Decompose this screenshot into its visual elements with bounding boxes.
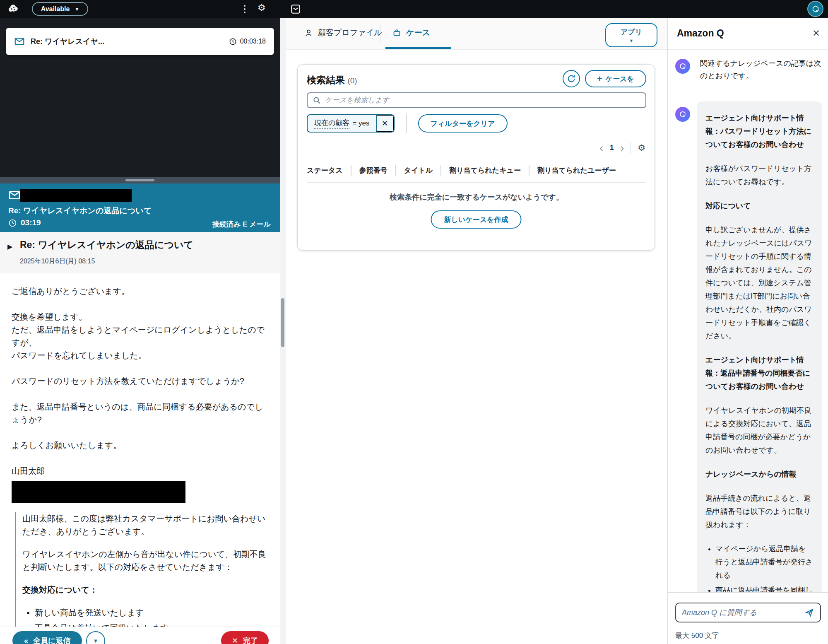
agent-status-label: Available [41, 5, 70, 13]
email-body-line [12, 452, 268, 465]
column-separator [440, 165, 441, 176]
active-tab-underline [385, 47, 451, 49]
redacted-signature-block [12, 481, 185, 503]
email-body-line [12, 426, 268, 439]
search-results-heading: 検索結果 (0) [307, 74, 357, 87]
article-bullet-list: マイページから返品申請を行うと返品申請番号が発行される 商品に返品申請番号を同梱… [705, 542, 813, 592]
expand-triangle-icon[interactable]: ▶ [7, 243, 12, 251]
refresh-button[interactable] [563, 70, 580, 87]
amazon-q-panel: Amazon Q ✕ 関連するナレッジベースの記事は次のとおりです。 エージェン… [667, 18, 828, 644]
connect-logo-icon [7, 3, 20, 15]
column-header[interactable]: 割り当てられたユーザー [537, 166, 616, 175]
case-search-card: 検索結果 (0) + ケースを [297, 64, 655, 251]
close-icon: ✕ [382, 119, 388, 128]
workspace-tab-bar: 顧客プロファイル ケース アプリ ▼ [286, 18, 667, 50]
table-settings-gear-icon[interactable]: ⚙ [638, 143, 645, 153]
email-body: ご返信ありがとうございます。 交換を希望します。 ただ、返品申請をしようとマイペ… [12, 285, 268, 627]
filter-field: 現在の顧客 [314, 118, 349, 129]
email-body-line: 交換を希望します。 [12, 311, 268, 323]
email-duration: 03:19 [8, 218, 41, 227]
filter-chip[interactable]: 現在の顧客 = yes ✕ [307, 114, 395, 133]
thread-subject: Re: ワイヤレスイヤホンの返品について [20, 239, 193, 251]
complete-label: 完了 [243, 636, 258, 644]
quoted-bullet-list: 新しい商品を発送いたします 不具合品は着払いで回収いたします [22, 606, 268, 627]
settings-gear-icon[interactable]: ⚙ [258, 2, 266, 13]
remove-filter-button[interactable]: ✕ [376, 115, 394, 132]
workspace-panel: 顧客プロファイル ケース アプリ ▼ 検索結果 (0) [286, 18, 667, 644]
channel-status-label: 接続済み E メール [212, 219, 271, 229]
case-search-input[interactable] [325, 96, 640, 104]
quoted-heading: 交換対応について： [22, 584, 268, 596]
complete-contact-button[interactable]: ✕ 完了 [221, 631, 269, 644]
email-duration-value: 03:19 [21, 218, 41, 227]
resize-grip [125, 179, 154, 181]
email-icon [8, 189, 21, 201]
clear-filters-button[interactable]: フィルターをクリア [418, 114, 508, 133]
tab-customer-profile[interactable]: 顧客プロファイル [304, 27, 382, 38]
create-case-button[interactable]: + ケースを [585, 70, 646, 87]
email-icon [14, 36, 25, 47]
article-bullet: マイページから返品申請を行うと返品申請番号が発行される [715, 542, 813, 582]
reply-options-dropdown-button[interactable]: ▼ [86, 631, 105, 644]
apps-button-label: アプリ [621, 27, 642, 37]
tab-cases[interactable]: ケース [392, 27, 430, 38]
plus-icon: + [597, 74, 602, 84]
chevron-left-icon[interactable]: ‹ [599, 143, 603, 153]
reply-all-button[interactable]: « 全員に返信 [12, 631, 82, 644]
case-table-header: ステータス 参照番号 タイトル 割り当てられたキュー 割り当てられたユーザー [307, 165, 646, 183]
agent-status-dropdown[interactable]: Available ▼ [32, 2, 88, 16]
tab-cases-label: ケース [406, 27, 430, 38]
contact-timer-value: 00:03:18 [240, 38, 266, 45]
column-separator [351, 165, 351, 176]
clock-icon [8, 219, 17, 227]
email-body-line: ご返信ありがとうございます。 [12, 285, 268, 298]
active-email-header: Re: ワイヤレスイヤホンの返品について 03:19 接続済み E メール [0, 183, 280, 232]
pagination: ‹ 1 › ⚙ [599, 142, 645, 154]
amazon-q-header: Amazon Q ✕ [668, 18, 828, 50]
send-button[interactable] [804, 608, 814, 617]
filter-separator [406, 114, 407, 133]
clock-icon [229, 38, 237, 46]
apps-dropdown-button[interactable]: アプリ ▼ [605, 23, 657, 47]
thread-header: ▶ Re: ワイヤレスイヤホンの返品について 2025年10月6日(月) 08:… [0, 232, 280, 273]
quoted-paragraph: ワイヤレスイヤホンの左側から音が出ない件について、初期不良と判断いたします。以下… [22, 548, 268, 574]
tab-divider [380, 25, 380, 43]
panel-resize-handle[interactable] [0, 177, 280, 183]
refresh-icon [567, 74, 576, 83]
column-header[interactable]: ステータス [307, 166, 343, 175]
close-icon[interactable]: ✕ [812, 28, 820, 39]
column-header[interactable]: 参照番号 [359, 166, 388, 175]
column-header[interactable]: タイトル [404, 166, 433, 175]
amazon-q-avatar [675, 107, 690, 122]
article-paragraph: 返品手続きの流れによると、返品申請番号は以下のように取り扱われます： [705, 492, 813, 531]
amazon-q-avatar [675, 59, 690, 74]
filter-value: = yes [352, 119, 369, 128]
column-separator [529, 165, 530, 176]
reply-all-icon: « [24, 637, 28, 644]
article-paragraph: 申し訳ございませんが、提供されたナレッジベースにはパスワードリセットの手順に関す… [705, 223, 813, 343]
article-title: エージェント向けサポート情報：返品申請番号の同梱要否についてお客様のお問い合わせ [705, 353, 813, 393]
create-new-case-button[interactable]: 新しいケースを作成 [431, 210, 522, 229]
vertical-scrollbar[interactable] [281, 298, 284, 347]
contact-list-panel: Re: ワイヤレスイヤ... 00:03:18 [0, 18, 280, 177]
amazon-q-conversation: 関連するナレッジベースの記事は次のとおりです。 エージェント向けサポート情報：パ… [668, 50, 828, 592]
email-contact-card[interactable]: Re: ワイヤレスイヤ... 00:03:18 [6, 28, 274, 55]
amazon-q-question-input[interactable] [682, 608, 800, 617]
email-app-icon[interactable] [290, 4, 301, 14]
page-number[interactable]: 1 [610, 144, 614, 152]
contact-timer: 00:03:18 [229, 38, 266, 46]
chevron-down-icon: ▼ [93, 638, 99, 644]
char-limit-label: 最大 500 文字 [675, 631, 719, 640]
search-results-title: 検索結果 [307, 75, 345, 85]
chevron-right-icon[interactable]: › [621, 143, 624, 153]
chevron-down-icon: ▼ [629, 38, 634, 43]
email-body-line [12, 388, 268, 400]
input-divider [668, 592, 828, 593]
kebab-menu-icon[interactable] [242, 4, 248, 14]
email-body-line: パスワードのリセット方法を教えていただけますでしょうか? [12, 375, 268, 388]
amazon-q-toggle-button[interactable] [807, 1, 823, 17]
amazon-q-title: Amazon Q [677, 28, 724, 39]
article-paragraph: ワイヤレスイヤホンの初期不良による交換対応において、返品申請番号の同梱が必要かど… [705, 404, 813, 457]
active-email-subject: Re: ワイヤレスイヤホンの返品について [8, 205, 152, 216]
column-header[interactable]: 割り当てられたキュー [449, 166, 521, 175]
